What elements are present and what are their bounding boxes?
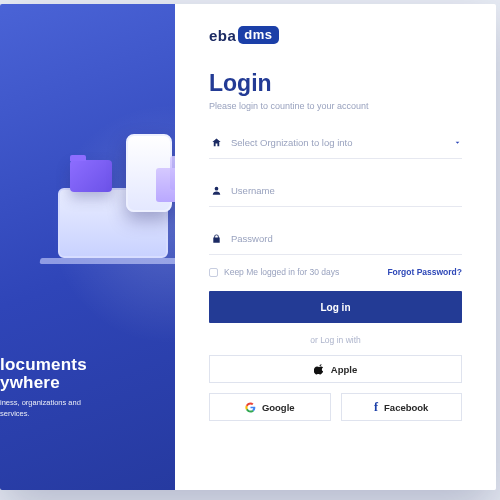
brand-part2: dms [238, 26, 278, 44]
remember-label: Keep Me logged in for 30 days [224, 267, 339, 277]
forgot-password-link[interactable]: Forgot Password? [387, 267, 462, 277]
home-icon [209, 137, 223, 148]
page-subtitle: Please login to countine to your account [209, 101, 462, 111]
organization-placeholder: Select Orgnization to log into [223, 137, 453, 148]
login-panel: eba dms Login Please login to countine t… [175, 4, 496, 490]
password-field[interactable]: Password [209, 223, 462, 255]
laptop-base-icon [39, 258, 175, 264]
folder-icon [70, 160, 112, 192]
brand-part1: eba [209, 27, 236, 44]
facebook-label: Facebook [384, 402, 428, 413]
brand-logo: eba dms [209, 26, 462, 44]
username-field[interactable]: Username [209, 175, 462, 207]
user-icon [209, 185, 223, 196]
hero-sub-1: iness, organizations and [0, 398, 81, 407]
organization-select[interactable]: Select Orgnization to log into [209, 127, 462, 159]
apple-login-button[interactable]: Apple [209, 355, 462, 383]
checkbox-icon [209, 268, 218, 277]
social-divider: or Log in with [209, 335, 462, 345]
hero-headline-1: locuments [0, 355, 87, 374]
hero-headline-2: ywhere [0, 373, 60, 392]
lock-icon [209, 233, 223, 244]
remember-checkbox[interactable]: Keep Me logged in for 30 days [209, 267, 339, 277]
apple-label: Apple [331, 364, 357, 375]
facebook-icon: f [374, 400, 378, 415]
svg-point-0 [214, 187, 218, 191]
google-icon [245, 402, 256, 413]
document-icon [170, 156, 175, 190]
page-title: Login [209, 70, 462, 97]
password-placeholder: Password [223, 233, 462, 244]
hero-illustration [30, 104, 175, 274]
google-login-button[interactable]: Google [209, 393, 331, 421]
hero-panel: locuments ywhere iness, organizations an… [0, 4, 175, 490]
apple-icon [314, 363, 325, 375]
google-label: Google [262, 402, 295, 413]
username-placeholder: Username [223, 185, 462, 196]
login-button[interactable]: Log in [209, 291, 462, 323]
facebook-login-button[interactable]: f Facebook [341, 393, 463, 421]
hero-sub-2: services. [0, 409, 30, 418]
chevron-down-icon [453, 138, 462, 147]
